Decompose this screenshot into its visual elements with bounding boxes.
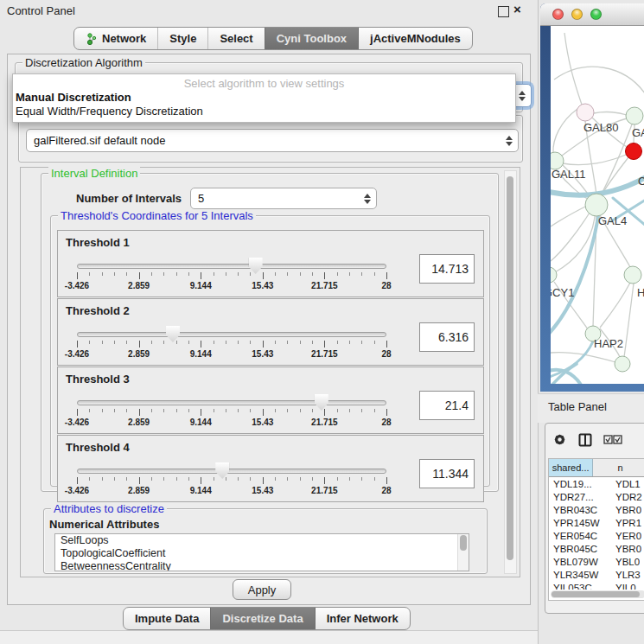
network-icon	[86, 33, 98, 45]
major-tick	[201, 477, 201, 484]
tab-style[interactable]: Style	[157, 28, 207, 49]
network-edge[interactable]	[564, 33, 582, 105]
select-columns-checkboxes-icon[interactable]	[603, 435, 622, 445]
tick-label: 28	[381, 281, 391, 290]
table-header-row: shared... n	[549, 459, 644, 477]
slider-track[interactable]	[77, 400, 386, 405]
attribute-list-item[interactable]: TopologicalCoefficient	[55, 547, 469, 560]
threshold-slider[interactable]: -3.4262.8599.14415.4321.71528	[77, 262, 386, 295]
network-canvas[interactable]: GAL80GACGAL11GAL4GCY1HHAP2	[551, 26, 644, 384]
tab-cyni-toolbox[interactable]: Cyni Toolbox	[265, 28, 358, 49]
table-row[interactable]: YDL19...YDL1	[549, 477, 644, 490]
slider-ticks: -3.4262.8599.14415.4321.71528	[77, 341, 386, 363]
threshold-slider[interactable]: -3.4262.8599.14415.4321.71528	[77, 399, 386, 431]
table-row[interactable]: YIL053CYIL0	[549, 581, 644, 590]
threshold-value-field[interactable]: 6.316	[419, 322, 475, 352]
combo-arrows-icon	[364, 194, 371, 204]
network-window-titlebar[interactable]	[540, 3, 644, 26]
major-tick	[139, 477, 140, 484]
tab-infer-network[interactable]: Infer Network	[315, 608, 410, 629]
network-edge[interactable]	[551, 213, 590, 261]
network-node[interactable]	[626, 143, 642, 160]
table-row[interactable]: YLR345WYLR3	[549, 568, 644, 581]
node-label: GAL11	[552, 168, 586, 181]
slider-track[interactable]	[77, 264, 386, 269]
cell-name: YIL0	[611, 583, 636, 590]
table-data-combobox[interactable]: galFiltered.sif default node	[26, 129, 519, 152]
major-tick	[77, 409, 78, 416]
cell-shared-name: YBR045C	[549, 544, 611, 554]
tick-label: 15.43	[252, 418, 273, 427]
tab-impute-data[interactable]: Impute Data	[124, 608, 210, 629]
network-edge[interactable]	[555, 216, 595, 272]
close-window-icon[interactable]: ×	[513, 2, 521, 17]
cell-name: YER0	[611, 531, 641, 541]
major-tick	[324, 409, 325, 416]
table-row[interactable]: YBR043CYBR0	[549, 503, 644, 516]
table-row[interactable]: YER054CYER0	[549, 529, 644, 542]
cell-shared-name: YDL19...	[549, 479, 611, 489]
tab-jactivemnodules[interactable]: jActiveMNodules	[358, 28, 472, 49]
float-window-icon[interactable]	[498, 6, 509, 17]
network-node[interactable]	[577, 104, 594, 121]
threshold-list: Threshold 1 -3.4262.8599.14415.4321.7152…	[51, 230, 489, 502]
scrollbar-thumb[interactable]	[507, 176, 513, 560]
network-node[interactable]	[551, 267, 557, 283]
network-node[interactable]	[626, 107, 643, 124]
mac-minimize-button[interactable]	[571, 9, 583, 20]
tick-label: 21.715	[311, 486, 338, 495]
network-edge[interactable]	[624, 284, 634, 357]
mac-close-button[interactable]	[552, 9, 564, 20]
mac-zoom-button[interactable]	[590, 9, 602, 20]
dropdown-item-equal-width-frequency[interactable]: Equal Width/Frequency Discretization	[13, 105, 515, 118]
network-view-window: GAL80GACGAL11GAL4GCY1HHAP2	[540, 3, 644, 392]
network-node[interactable]	[585, 194, 608, 216]
tick-label: -3.426	[65, 281, 89, 290]
column-header-shared-name[interactable]: shared...	[549, 459, 593, 476]
tick-label: 9.144	[190, 486, 212, 495]
thresholds-group: Threshold's Coordinates for 5 Intervals …	[50, 215, 490, 487]
threshold-slider[interactable]: -3.4262.8599.14415.4321.71528	[77, 330, 386, 363]
attributes-list-scrollbar[interactable]	[457, 534, 469, 571]
control-panel-window: Control Panel × Network Style Select Cyn…	[0, 0, 539, 644]
network-node[interactable]	[615, 356, 630, 372]
slider-track[interactable]	[77, 469, 386, 474]
dropdown-item-manual-discretization[interactable]: Manual Discretization	[13, 91, 515, 105]
major-tick	[386, 272, 387, 279]
number-of-intervals-combobox[interactable]: 5	[190, 188, 377, 209]
slider-track[interactable]	[77, 332, 386, 337]
slider-ticks: -3.4262.8599.14415.4321.71528	[77, 409, 386, 431]
table-horizontal-scrollbar[interactable]	[551, 590, 644, 598]
cell-name: YPR1	[611, 518, 641, 528]
attribute-list-item[interactable]: BetweennessCentrality	[55, 560, 469, 571]
cell-name: YBL0	[611, 557, 640, 567]
scrollbar-thumb[interactable]	[460, 535, 467, 551]
threshold-value-field[interactable]: 14.713	[419, 254, 475, 284]
tab-discretize-data[interactable]: Discretize Data	[210, 608, 314, 629]
attribute-list-item[interactable]: SelfLoops	[55, 534, 469, 547]
network-node[interactable]	[551, 152, 564, 169]
network-edge[interactable]	[600, 283, 630, 328]
table-row[interactable]: YBR045CYBR0	[549, 542, 644, 555]
major-tick	[77, 272, 78, 279]
scrollbar-thumb[interactable]	[552, 591, 640, 597]
network-edge[interactable]	[554, 67, 644, 93]
table-row[interactable]: YPR145WYPR1	[549, 516, 644, 529]
network-node[interactable]	[624, 266, 641, 284]
split-columns-icon[interactable]	[578, 433, 592, 447]
numerical-attributes-list[interactable]: SelfLoopsTopologicalCoefficientBetweenne…	[54, 533, 469, 571]
network-edge[interactable]	[594, 112, 627, 115]
apply-button[interactable]: Apply	[233, 579, 291, 600]
column-header-name[interactable]: n	[593, 459, 644, 476]
threshold-slider[interactable]: -3.4262.8599.14415.4321.71528	[77, 467, 386, 500]
panel-vertical-scrollbar[interactable]	[504, 170, 517, 574]
table-panel-bar: Table Panel	[538, 393, 644, 423]
threshold-value-field[interactable]: 11.344	[419, 459, 475, 488]
table-row[interactable]: YDR27...YDR2	[549, 490, 644, 503]
tab-network[interactable]: Network	[74, 28, 157, 49]
major-tick	[77, 341, 78, 348]
table-row[interactable]: YBL079WYBL0	[549, 555, 644, 568]
settings-gear-icon[interactable]	[552, 432, 567, 447]
threshold-value-field[interactable]: 21.4	[419, 391, 475, 420]
tab-select[interactable]: Select	[207, 28, 264, 49]
